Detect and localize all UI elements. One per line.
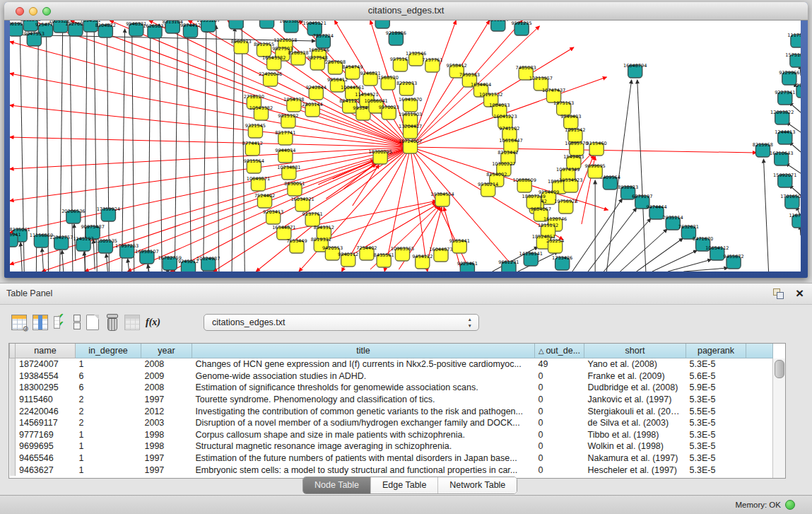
float-panel-icon[interactable] [773,288,784,299]
select-rows-icon[interactable] [54,315,66,330]
table-panel-titlebar[interactable]: Table Panel × [0,284,812,305]
cell-filler [746,464,773,476]
graph-edge[interactable] [10,147,411,169]
graph-node-label: 16210643 [770,151,793,157]
table-row[interactable]: 1456911722003Disruption of a novel membe… [10,417,773,429]
graph-edge[interactable] [604,218,651,271]
delete-icon[interactable] [105,315,119,330]
graph-node-label: 9245012 [178,259,199,265]
column-chooser-icon[interactable] [72,315,81,330]
new-file-icon[interactable] [86,315,99,330]
table-row[interactable]: 1830029562008Estimation of significance … [10,382,773,394]
tab-node-table[interactable]: Node Table [303,477,371,493]
table-row[interactable]: 946554611997Estimation of the future num… [10,452,773,465]
cell-short: de Silva et al. (2003) [584,417,686,429]
graph-edge[interactable] [637,238,683,271]
graph-edge[interactable] [132,25,134,271]
graph-node-label: 16033809 [279,21,302,23]
graph-edge[interactable] [763,159,768,271]
graph-node-label: 10543382 [249,106,273,112]
graph-edge[interactable] [10,147,411,201]
scrollbar-thumb[interactable] [775,360,784,378]
graph-edge[interactable] [10,147,411,264]
graph-edge[interactable] [204,29,206,271]
table-row[interactable]: 1938455462009Genome-wide association stu… [10,370,773,382]
window-titlebar[interactable]: citations_edges.txt [4,2,808,21]
graph-edge[interactable] [128,259,129,271]
graph-node-label: 10044561 [341,86,364,91]
tab-edge-table[interactable]: Edge Table [371,477,438,493]
graph-node-label: 8104822 [95,23,116,29]
graph-node-label: 9840112 [338,252,358,258]
graph-edge[interactable] [187,25,191,271]
column-header-in_degree[interactable]: in_degree [76,344,141,358]
graph-node[interactable] [229,21,243,29]
graph-node[interactable] [375,21,389,28]
graph-edge[interactable] [637,80,646,271]
vertical-scrollbar[interactable] [772,358,785,478]
graph-node-label: 1117543 [787,33,801,39]
graph-edge[interactable] [74,224,76,261]
graph-node-label: 1733426 [552,256,572,262]
graph-node-label: 2935114 [663,216,683,221]
tab-network-table[interactable]: Network Table [438,477,517,493]
graph-edge[interactable] [175,28,177,271]
column-header-year[interactable]: year [141,344,192,358]
column-header-name[interactable]: name [16,344,76,358]
import-table-icon[interactable] [124,315,140,330]
graph-edge[interactable] [122,29,125,271]
graph-node-label: 9455672 [723,255,743,260]
column-header-short[interactable]: short [584,344,686,358]
graph-node[interactable] [259,21,273,28]
graph-node-label: 1054338 [283,98,304,103]
graph-edge[interactable] [20,243,22,271]
function-builder-icon[interactable]: f(x) [146,315,160,330]
cell-year: 1998 [141,440,192,452]
graph-edge[interactable] [318,160,375,185]
graph-node-label: 10553287 [196,21,220,23]
graph-edge[interactable] [232,28,235,271]
graph-edge[interactable] [10,137,411,147]
table-row[interactable]: 911546021997Tourette syndrome. Phenomeno… [10,394,773,406]
table-row[interactable]: 946362711997Embryonic stem cells: a mode… [10,464,773,476]
table-mode-tabs: Node TableEdge TableNetwork Table [302,477,517,494]
graph-node-label: 7524402 [254,194,275,199]
graph-edge[interactable] [652,250,698,271]
graph-edge[interactable] [31,21,410,147]
cell-title: Disruption of a novel member of a sodium… [192,417,535,429]
table-row[interactable]: 2242004622012Investigating the contribut… [10,405,773,417]
table-row[interactable]: 977716911998Corpus callosum shape and si… [10,429,773,441]
graph-edge[interactable] [159,24,162,271]
graph-node-label: 8215958 [753,143,773,148]
graph-node-label: 2718120 [244,95,264,100]
close-panel-icon[interactable]: × [796,285,804,302]
cell-short: Wolkin et al. (1998) [584,440,686,452]
graph-node-label: 10654112 [705,246,729,252]
graph-edge[interactable] [572,199,623,271]
graph-edge[interactable] [683,268,728,271]
graph-edge[interactable] [216,25,219,271]
column-header-title[interactable]: title [192,344,535,358]
cell-filler [746,358,773,370]
network-canvas[interactable]: 2061955856221991547731005528715276027594… [10,21,801,271]
graph-node-label: 1091542 [565,128,585,134]
graph-edge[interactable] [620,229,667,271]
column-header-out_degree[interactable]: △ out_de... [535,344,584,358]
cell-pagerank: 5.3E-5 [686,440,746,452]
memory-ok-icon[interactable] [785,500,795,510]
graph-edge[interactable] [10,35,315,41]
graph-edge[interactable] [107,24,109,271]
graph-edge[interactable] [62,250,64,271]
table-row[interactable]: 969969511998Structural magnetic resonanc… [10,440,773,452]
table-settings-icon[interactable] [11,315,27,330]
show-column-icon[interactable] [33,315,48,330]
column-header-pagerank[interactable]: pagerank [686,344,746,358]
table-row[interactable]: 1872400712008Changes of HCN gene express… [10,358,773,370]
graph-node-label: 252254 [546,239,564,245]
cell-out_degree: 0 [535,464,584,476]
cell-in_degree: 6 [76,382,141,394]
table-select-dropdown[interactable]: citations_edges.txt ▲▼ [204,314,479,331]
graph-edge[interactable] [411,147,428,271]
cell-title: Corpus callosum shape and size in male p… [192,429,535,441]
graph-edge[interactable] [42,248,43,271]
